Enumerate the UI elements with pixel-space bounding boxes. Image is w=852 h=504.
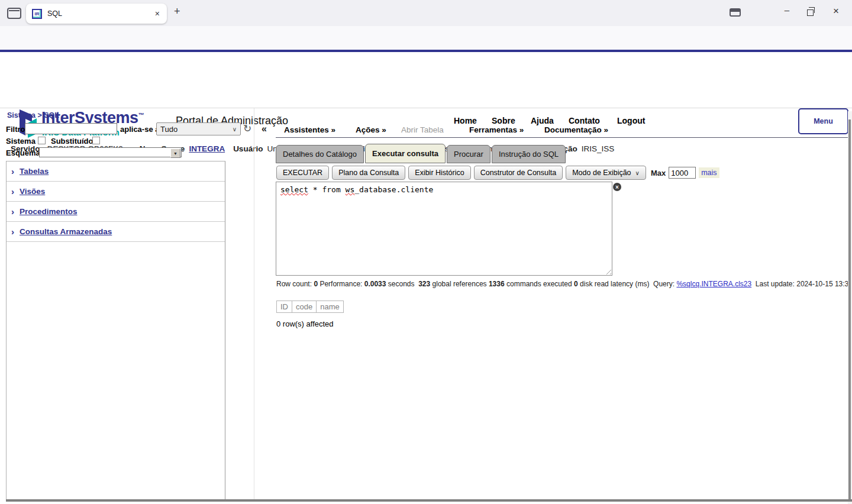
chevron-right-icon: ›: [11, 186, 14, 196]
query-actions: EXECUTAR Plano da Consulta Exibir Histór…: [276, 166, 719, 180]
nav-home[interactable]: Home: [454, 116, 477, 125]
site-favicon-icon: IR: [32, 9, 42, 19]
query-status-line: Row count: 0 Performance: 0.0033 seconds…: [276, 280, 848, 288]
nav-ajuda[interactable]: Ajuda: [531, 116, 554, 125]
substituido-checkbox[interactable]: [92, 137, 100, 144]
menu-abrir-tabela: Abrir Tabela: [401, 125, 444, 134]
construtor-de-consulta-button[interactable]: Construtor de Consulta: [474, 166, 563, 180]
window-minimize-button[interactable]: –: [776, 5, 798, 15]
table-header-row: ID code name: [277, 301, 344, 313]
browser-tab[interactable]: IR SQL ×: [26, 4, 167, 24]
sidebar-item-tabelas[interactable]: › Tabelas: [7, 161, 225, 182]
sistema-checkbox[interactable]: [38, 137, 46, 144]
list-tabs-icon[interactable]: [730, 8, 741, 17]
panel-divider: [254, 108, 254, 500]
menu-ferramentas[interactable]: Ferramentas »: [469, 125, 524, 134]
portal-header: InterSystems™ IRIS Data Platform Portal …: [0, 52, 852, 108]
filtro-label: Filtro: [6, 125, 25, 134]
refresh-icon[interactable]: ↻: [243, 122, 251, 135]
menu-acoes[interactable]: Ações »: [356, 125, 386, 134]
collapse-panel-icon[interactable]: «: [262, 124, 267, 134]
col-id: ID: [277, 301, 292, 313]
breadcrumb-sql: SQL: [44, 111, 59, 119]
scrollbar-thumb[interactable]: [848, 119, 851, 502]
namespace-link[interactable]: INTEGRA: [189, 144, 225, 153]
clear-query-icon[interactable]: ×: [613, 183, 621, 191]
tab-close-icon[interactable]: ×: [154, 9, 161, 18]
tab-detalhes-do-catalogo[interactable]: Detalhes do Catálogo: [276, 145, 364, 163]
sidebar-item-visoes[interactable]: › Visões: [7, 182, 225, 202]
plano-da-consulta-button[interactable]: Plano da Consulta: [332, 166, 405, 180]
modo-de-exibicao-select[interactable]: Modo de Exibição ∨: [566, 166, 646, 180]
menubar-divider: [276, 137, 848, 138]
executar-button[interactable]: EXECUTAR: [276, 166, 329, 180]
max-label: Max: [651, 169, 666, 177]
menu-assistentes[interactable]: Assistentes »: [284, 125, 335, 134]
window-close-button[interactable]: ×: [833, 5, 839, 17]
max-rows-input[interactable]: [669, 167, 696, 179]
tab-bar: Detalhes do Catálogo Executar consulta P…: [276, 144, 567, 163]
breadcrumb-sistema[interactable]: Sistema: [7, 111, 36, 119]
chevron-right-icon: ›: [11, 206, 14, 217]
nav-logout[interactable]: Logout: [617, 116, 645, 125]
sidebar-item-procedimentos[interactable]: › Procedimentos: [7, 202, 225, 222]
substituido-label: Substituído: [51, 137, 93, 146]
tab-instrucao-do-sql[interactable]: Instrução do SQL: [492, 145, 566, 163]
col-name: name: [317, 301, 344, 313]
chevron-right-icon: ›: [11, 227, 14, 237]
col-code: code: [292, 301, 317, 313]
sidebar-item-consultas-armazenadas[interactable]: › Consultas Armazenadas: [7, 222, 225, 242]
menu-documentacao[interactable]: Documentação »: [544, 125, 608, 134]
query-class-link[interactable]: %sqlcq.INTEGRA.cls23: [676, 280, 751, 288]
chevron-down-icon: ∨: [635, 170, 640, 176]
sistema-label: Sistema: [6, 137, 36, 146]
exibir-historico-button[interactable]: Exibir Histórico: [408, 166, 470, 180]
usuario-label: Usuário: [233, 144, 263, 153]
tab-executar-consulta[interactable]: Executar consulta: [365, 144, 446, 163]
firefox-view-icon[interactable]: [7, 8, 21, 19]
rows-affected-text: 0 row(s) affected: [276, 319, 334, 328]
mais-link[interactable]: mais: [699, 167, 719, 178]
screen: IR SQL × + – × ← → ↻ localhost/iris_iss/…: [0, 0, 852, 504]
filtro-input[interactable]: [25, 123, 117, 134]
new-tab-button[interactable]: +: [174, 5, 180, 18]
chevron-right-icon: ›: [11, 166, 14, 176]
resize-grip-icon[interactable]: [604, 267, 611, 274]
combo-dropdown-icon[interactable]: ▼: [170, 148, 180, 158]
footer-bar: [6, 499, 852, 502]
nav-sobre[interactable]: Sobre: [492, 116, 515, 125]
menu-button[interactable]: Menu: [798, 108, 848, 134]
tab-procurar[interactable]: Procurar: [447, 145, 490, 163]
aplica-se-a-label: aplica-se a: [120, 125, 160, 134]
window-restore-button[interactable]: [807, 9, 814, 16]
configuracao-value: IRIS_ISS: [582, 144, 615, 153]
esquema-combobox[interactable]: ▼: [39, 147, 182, 157]
chevron-down-icon: ∨: [233, 126, 237, 133]
sql-query-textarea[interactable]: select * from ws_database.cliente: [276, 182, 612, 276]
browser-tab-strip: IR SQL × + – ×: [0, 0, 852, 26]
breadcrumb: Sistema > SQL: [7, 111, 59, 119]
browser-tab-title: SQL: [47, 9, 154, 18]
nav-contato[interactable]: Contato: [569, 116, 600, 125]
results-table: ID code name: [276, 301, 344, 313]
catalog-tree: › Tabelas › Visões › Procedimentos › Con…: [6, 161, 225, 500]
browser-toolbar: ← → ↻ localhost/iris_iss/csp/sys/exp/%25…: [0, 26, 852, 50]
aplica-se-a-select[interactable]: Tudo ∨: [156, 122, 241, 135]
esquema-label: Esquema: [6, 148, 40, 157]
